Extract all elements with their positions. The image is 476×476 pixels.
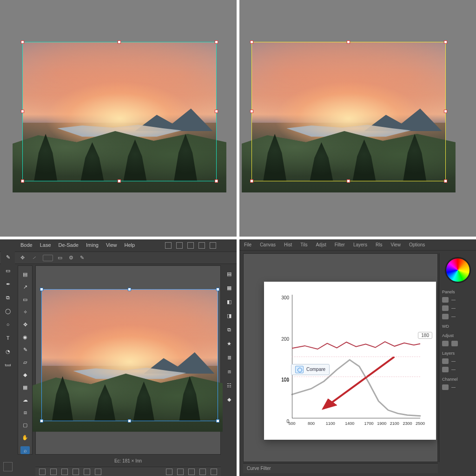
menu-item[interactable]: File bbox=[244, 242, 251, 247]
hand-icon[interactable] bbox=[199, 469, 206, 475]
bottom-icon[interactable] bbox=[50, 469, 57, 475]
landscape-render bbox=[22, 42, 217, 181]
menu-item[interactable]: View bbox=[106, 242, 117, 249]
path-tool-icon[interactable]: ⟋ bbox=[32, 255, 38, 261]
layer-icon[interactable]: ▤ bbox=[20, 271, 30, 278]
landscape-photo[interactable] bbox=[22, 42, 217, 181]
eraser-tool-icon[interactable]: ▱ bbox=[20, 358, 30, 366]
landscape-photo[interactable] bbox=[41, 289, 218, 421]
color-swatch[interactable] bbox=[3, 462, 13, 471]
landscape-render bbox=[251, 42, 446, 181]
eyedropper-icon[interactable]: ◉ bbox=[20, 333, 30, 341]
select-tool-icon[interactable]: ▭ bbox=[3, 266, 13, 275]
document-canvas[interactable] bbox=[35, 265, 221, 455]
primary-toolbar: ✎ ▭ ✒ ⧉ ◯ ○ T ◔ tool bbox=[1, 250, 15, 471]
clone-tool-icon[interactable]: ⧇ bbox=[20, 409, 30, 416]
options-icon[interactable] bbox=[187, 242, 194, 249]
x-tick-label: 1900 bbox=[377, 421, 386, 426]
move-handle-icon[interactable]: ✥ bbox=[20, 321, 30, 329]
pencil-tool-icon[interactable]: ✎ bbox=[20, 346, 30, 354]
text-tool-icon[interactable]: T bbox=[3, 333, 13, 343]
landscape-photo[interactable] bbox=[251, 42, 446, 181]
panel-row[interactable]: — bbox=[442, 358, 473, 364]
document-canvas[interactable]: Compare 180 0101200300100500800110014001… bbox=[243, 253, 438, 462]
bottom-icon[interactable] bbox=[73, 469, 79, 475]
move-tool-icon[interactable]: ✥ bbox=[20, 255, 27, 261]
panel-icon[interactable]: ⧆ bbox=[225, 367, 234, 376]
menu-item[interactable]: Bode bbox=[20, 242, 33, 249]
menu-item[interactable]: Options bbox=[409, 242, 425, 247]
panel-icon[interactable]: ▤ bbox=[225, 269, 234, 278]
canvas-area[interactable] bbox=[0, 0, 237, 237]
color-wheel[interactable] bbox=[445, 257, 471, 283]
options-icon[interactable] bbox=[165, 242, 172, 249]
panel-icon[interactable]: ⧉ bbox=[225, 325, 234, 334]
menu-item[interactable]: De-Sade bbox=[59, 242, 79, 249]
panel-row[interactable]: — bbox=[442, 297, 473, 303]
panel-row[interactable]: — bbox=[442, 367, 473, 372]
zoom-tool-icon[interactable]: ⌕ bbox=[20, 446, 30, 454]
hand-tool-icon[interactable]: ✋ bbox=[20, 434, 30, 442]
bottom-bar: Curve Filter bbox=[243, 463, 438, 473]
y-tick-label: 100 bbox=[281, 377, 289, 383]
options-icon[interactable] bbox=[210, 242, 216, 249]
options-icon[interactable] bbox=[176, 242, 183, 249]
options-icon[interactable] bbox=[198, 242, 205, 249]
panel-icon[interactable]: ▦ bbox=[225, 283, 234, 292]
gear-icon[interactable]: ⚙ bbox=[69, 255, 75, 261]
bottom-icon[interactable] bbox=[39, 469, 46, 475]
brush-tool-icon[interactable]: ✎ bbox=[3, 252, 13, 262]
channel-icon bbox=[442, 384, 449, 390]
crop-tool-icon[interactable]: ⧉ bbox=[3, 293, 13, 302]
pen-tool-icon[interactable]: ✒ bbox=[3, 279, 13, 289]
panel-icon[interactable]: ★ bbox=[225, 339, 234, 348]
menu-item[interactable]: Lase bbox=[40, 242, 51, 249]
clock-tool-icon[interactable]: ◔ bbox=[3, 347, 13, 356]
menu-item[interactable]: Canvas bbox=[260, 242, 276, 247]
menu-item[interactable]: Filter bbox=[335, 242, 345, 247]
menu-item[interactable]: Layers bbox=[353, 242, 367, 247]
panel-icon[interactable]: ◨ bbox=[225, 311, 234, 320]
panel-icon[interactable]: ☷ bbox=[225, 381, 234, 390]
panel-icon[interactable]: ◧ bbox=[225, 297, 234, 306]
x-tick-label: 500 bbox=[288, 421, 295, 426]
menu-item[interactable]: Tils bbox=[300, 242, 307, 247]
menu-item[interactable]: Help bbox=[125, 242, 135, 249]
menu-item[interactable]: Hist bbox=[284, 242, 292, 247]
gradient-tool-icon[interactable]: ▦ bbox=[20, 383, 30, 391]
smudge-tool-icon[interactable]: ☁ bbox=[20, 396, 30, 404]
bottom-icon[interactable] bbox=[61, 469, 68, 475]
x-tick-label: 800 bbox=[308, 421, 315, 426]
zoom-out-icon[interactable] bbox=[166, 469, 172, 475]
layers-icon[interactable] bbox=[211, 469, 217, 475]
zoom-in-icon[interactable] bbox=[177, 469, 184, 475]
compare-button[interactable]: Compare bbox=[291, 364, 330, 375]
shape-tool-icon[interactable]: ▢ bbox=[20, 421, 30, 429]
brush-icon[interactable]: ✎ bbox=[80, 255, 86, 261]
panel-row[interactable]: — bbox=[442, 305, 473, 311]
lasso-tool-icon[interactable]: ◯ bbox=[3, 306, 13, 316]
menu-item[interactable]: Adjst bbox=[316, 242, 326, 247]
menu-item[interactable]: Rls bbox=[376, 242, 382, 247]
panel-row[interactable] bbox=[442, 341, 473, 346]
compare-icon bbox=[295, 366, 304, 373]
arrow-tool-icon[interactable]: ↗ bbox=[20, 283, 30, 291]
panel-row[interactable]: — bbox=[442, 314, 473, 319]
panel-icon[interactable]: ≣ bbox=[225, 353, 234, 362]
canvas-area[interactable] bbox=[239, 0, 476, 237]
menu-item[interactable]: View bbox=[390, 242, 401, 247]
bottom-icon[interactable] bbox=[95, 469, 101, 475]
wand-tool-icon[interactable]: ✧ bbox=[20, 308, 30, 316]
menu-item[interactable]: Iming bbox=[86, 242, 99, 249]
chart-card[interactable]: Compare 180 0101200300100500800110014001… bbox=[264, 282, 436, 440]
panel-row[interactable]: — bbox=[442, 384, 473, 390]
panel-icon[interactable]: ◆ bbox=[225, 395, 234, 404]
panel-section-label: Layers bbox=[442, 351, 473, 356]
ellipse-tool-icon[interactable]: ○ bbox=[3, 320, 13, 329]
fit-icon[interactable] bbox=[188, 469, 195, 475]
bottom-icon[interactable] bbox=[84, 469, 90, 475]
dropdown-field[interactable] bbox=[43, 255, 53, 261]
rect-tool-icon[interactable]: ▭ bbox=[58, 255, 64, 261]
rect-tool-icon[interactable]: ▭ bbox=[20, 296, 30, 304]
fill-tool-icon[interactable]: ◆ bbox=[20, 371, 30, 379]
